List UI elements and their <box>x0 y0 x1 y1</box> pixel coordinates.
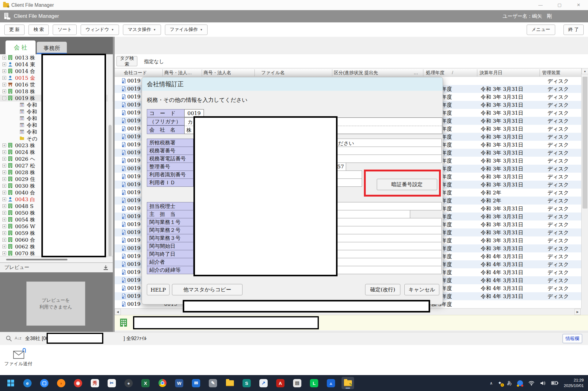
download-icon[interactable] <box>103 265 109 270</box>
column-header-3[interactable]: ファイル名 <box>261 70 284 76</box>
taskbar-icon-start[interactable] <box>4 377 17 389</box>
staff-field-label-7: 紹介者 <box>147 258 193 266</box>
taskbar-icon-chrome[interactable] <box>156 377 169 389</box>
table-vertical-scrollbar[interactable]: ▲ <box>581 68 588 308</box>
staff-field-label-4: 関与業務３号 <box>147 234 193 242</box>
file-send-icon[interactable] <box>13 348 27 360</box>
battery-icon[interactable] <box>551 381 559 385</box>
taskbar-icon-excel[interactable]: X <box>139 377 152 389</box>
expand-icon[interactable]: + <box>2 69 6 73</box>
taskbar-icon-device-app[interactable]: ▤ <box>291 377 304 389</box>
sidebar-tab-company[interactable]: 会 社 <box>6 40 36 54</box>
pin-code-setting-button[interactable]: 暗証番号設定 <box>377 179 437 190</box>
file-document-icon: e <box>122 110 126 115</box>
expand-icon[interactable]: + <box>2 218 6 221</box>
wifi-icon[interactable] <box>528 381 535 386</box>
expand-icon[interactable]: + <box>2 251 6 255</box>
expand-icon[interactable]: + <box>2 245 6 248</box>
column-header-0[interactable]: 会社コード <box>124 70 147 76</box>
expand-icon[interactable]: + <box>2 171 6 174</box>
expand-icon[interactable]: + <box>2 197 6 201</box>
help-button[interactable]: HELP <box>147 284 170 295</box>
taskbar-icon-acrobat[interactable]: A <box>274 377 287 389</box>
expand-icon[interactable]: + <box>2 56 6 59</box>
taskbar-icon-voice-recorder[interactable]: ● <box>122 377 135 389</box>
taskbar-clock[interactable]: 21:29 2025/10/01 <box>564 378 584 388</box>
cancel-button[interactable]: キャンセル <box>404 284 439 295</box>
sort-button[interactable]: ソート <box>53 25 77 35</box>
expand-icon[interactable]: + <box>2 191 6 194</box>
speaker-icon[interactable] <box>540 381 546 386</box>
confirm-button[interactable]: 確定(改行) <box>365 284 400 295</box>
column-header-4[interactable]: 区分(進捗状況 提出先 <box>334 70 378 76</box>
expand-icon[interactable]: + <box>2 150 6 154</box>
sort-az-icon[interactable]: A↓z <box>15 336 21 340</box>
collapse-icon[interactable]: − <box>2 96 6 100</box>
scrollbar-thumb[interactable] <box>582 77 587 209</box>
menu-button[interactable]: メニュー <box>527 25 555 35</box>
search-icon[interactable] <box>6 335 12 342</box>
tag-search-button[interactable]: タグ検索 <box>116 56 137 66</box>
tray-overflow-icon[interactable]: ∧ <box>490 381 493 385</box>
taskbar-icon-zoom[interactable]: ▢ <box>38 377 51 389</box>
scroll-right-icon[interactable]: ▶ <box>575 309 581 315</box>
table-header[interactable]: 会社コード商号・法人…商号・法人名ファイル名区分(進捗状況 提出先…処理年度/決… <box>115 68 581 78</box>
column-header-6[interactable]: 決算年月日 <box>479 70 502 76</box>
ime-mode-icon[interactable]: あ <box>507 380 512 386</box>
taskbar-icon-line[interactable]: L <box>308 377 320 389</box>
exit-button[interactable]: 終 了 <box>563 25 584 35</box>
copy-from-master-button[interactable]: 他マスタからコピー <box>172 284 242 295</box>
tree-vertical-scrollbar[interactable] <box>108 54 113 256</box>
taskbar-icon-launcher-app[interactable]: ↗ <box>257 377 270 389</box>
expand-icon[interactable]: + <box>2 144 6 147</box>
column-header-7[interactable]: 管理装置 <box>542 70 560 76</box>
expand-icon[interactable]: + <box>2 83 6 86</box>
scrollbar-thumb[interactable] <box>6 259 67 260</box>
scroll-up-icon[interactable]: ▲ <box>582 68 588 74</box>
header-ellipsis[interactable]: … <box>414 70 418 75</box>
expand-icon[interactable]: + <box>2 90 6 93</box>
taskbar-icon-snipping-tool[interactable]: ✂ <box>105 377 118 389</box>
maximize-button[interactable]: ▢ <box>550 0 569 10</box>
refresh-button[interactable]: 更 新 <box>4 25 25 35</box>
taskbar-icon-stylus-app[interactable]: ✎ <box>207 377 219 389</box>
taskbar-icon-client-file-manager[interactable]: ✎ <box>342 377 354 389</box>
taskbar-icon-file-explorer[interactable] <box>223 377 236 389</box>
expand-icon[interactable]: + <box>2 211 6 215</box>
expand-icon[interactable]: + <box>2 157 6 161</box>
column-header-1[interactable]: 商号・法人… <box>164 70 192 76</box>
expand-icon[interactable]: + <box>2 224 6 228</box>
close-button[interactable]: ✕ <box>569 0 588 10</box>
expand-icon[interactable]: + <box>2 204 6 208</box>
expand-icon[interactable]: + <box>2 231 6 235</box>
expand-icon[interactable]: + <box>2 63 6 66</box>
taskbar-icon-hidemaru-editor[interactable]: 秀 <box>89 377 101 389</box>
expand-icon[interactable]: + <box>2 164 6 167</box>
expand-icon[interactable]: + <box>2 238 6 242</box>
master-ops-button[interactable]: マスタ操作▼ <box>123 25 161 35</box>
expand-icon[interactable]: + <box>2 184 6 188</box>
taskbar-icon-word[interactable]: W <box>173 377 185 389</box>
expand-icon[interactable]: + <box>2 76 6 80</box>
dropbox-icon[interactable]: ✦‖ <box>498 380 502 386</box>
account-icon[interactable] <box>517 380 523 386</box>
taskbar-icon-photos[interactable]: ▲ <box>325 377 337 389</box>
minimize-button[interactable]: — <box>531 0 550 10</box>
scroll-left-icon[interactable]: ◀ <box>115 309 121 315</box>
sidebar-tab-office[interactable]: 事務所 <box>37 42 67 54</box>
info-panel-button[interactable]: 情報欄 <box>563 334 582 343</box>
taskbar-icon-edge[interactable]: e <box>21 377 34 389</box>
expand-icon[interactable]: + <box>2 177 6 181</box>
taskbar-icon-stream-app[interactable]: S <box>240 377 253 389</box>
search-button[interactable]: 検 索 <box>29 25 49 35</box>
column-header-2[interactable]: 商号・法人名 <box>204 70 231 76</box>
column-header-5[interactable]: 処理年度 <box>426 70 445 76</box>
building-icon <box>8 170 13 175</box>
staff-field-label-2: 関与業務１号 <box>147 218 193 226</box>
file-ops-button[interactable]: ファイル操作▼ <box>165 25 208 35</box>
window-menu-button[interactable]: ウィンドウ▼ <box>81 25 119 35</box>
scrollbar-thumb[interactable] <box>109 125 112 257</box>
taskbar-icon-mail[interactable]: ✉ <box>190 377 202 389</box>
taskbar-icon-firefox[interactable]: ◗ <box>55 377 67 389</box>
taskbar-icon-red-app[interactable]: ◉ <box>72 377 84 389</box>
